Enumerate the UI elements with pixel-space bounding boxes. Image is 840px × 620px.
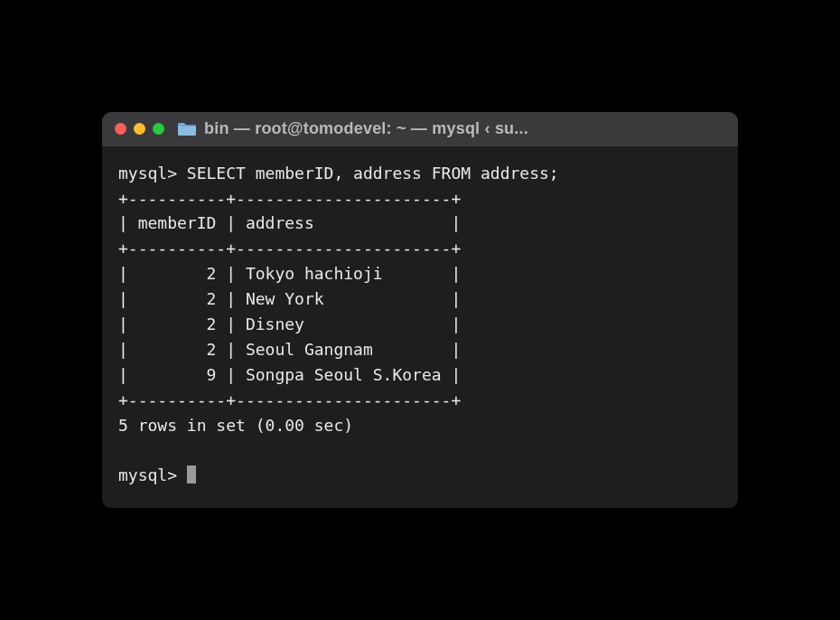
folder-icon — [177, 121, 197, 137]
titlebar: bin — root@tomodevel: ~ — mysql ‹ su... — [102, 112, 738, 146]
minimize-icon[interactable] — [134, 123, 145, 135]
prompt: mysql> — [118, 465, 177, 484]
cursor-icon — [187, 465, 196, 484]
prompt-line: mysql> — [118, 465, 187, 484]
terminal-window: bin — root@tomodevel: ~ — mysql ‹ su... … — [102, 112, 738, 509]
traffic-lights — [115, 123, 164, 135]
window-title: bin — root@tomodevel: ~ — mysql ‹ su... — [204, 119, 528, 138]
close-icon[interactable] — [115, 123, 126, 135]
zoom-icon[interactable] — [153, 123, 164, 135]
terminal-output: mysql> SELECT memberID, address FROM add… — [118, 164, 559, 435]
terminal-body[interactable]: mysql> SELECT memberID, address FROM add… — [102, 146, 738, 509]
